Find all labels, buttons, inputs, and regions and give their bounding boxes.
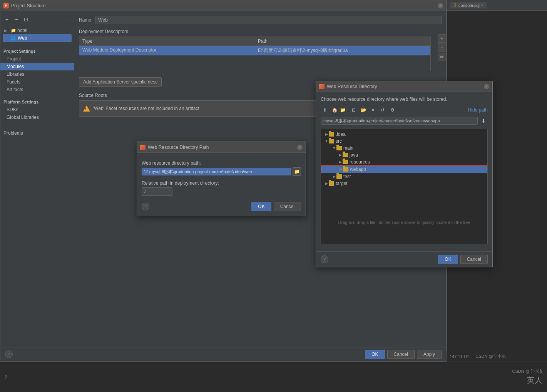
status-bar: 147:11 LE... CSDN @宁小流 [447, 351, 547, 362]
tree-item-test[interactable]: ▶ test [321, 173, 487, 180]
dd-table-row[interactable]: Web Module Deployment Descriptor E:\百度云\… [79, 46, 430, 55]
wrd-file-tree[interactable]: ▶ .idea ▼ src ▼ main ▶ java [321, 129, 488, 244]
wrd-cancel-button[interactable]: Cancel [460, 255, 488, 264]
app-icon: P [3, 3, 9, 8]
wrd-dialog-icon [319, 84, 325, 89]
wrd-path-row: ⬇ [321, 117, 488, 125]
tree-web[interactable]: 🌐 Web [3, 34, 72, 42]
wrdp-cancel-button[interactable]: Cancel [274, 202, 301, 211]
dd-cell-type: Web Module Deployment Descriptor [79, 46, 255, 55]
console-tab-label: console.sql [458, 3, 480, 8]
wrdp-ok-button[interactable]: OK [251, 202, 271, 211]
help-button[interactable]: ? [5, 350, 13, 358]
wrd-dialog-close[interactable]: × [484, 84, 489, 89]
add-app-server-button[interactable]: Add Application Server specific desc [79, 77, 162, 87]
wrd-path-input[interactable] [321, 117, 478, 125]
console-tab-item[interactable]: 🗄 console.sql × [450, 2, 487, 8]
console-tab-bar: 🗄 console.sql × [447, 0, 547, 11]
wrdp-path-row: 📁 [142, 167, 301, 176]
tree-item-main[interactable]: ▼ main [321, 145, 487, 152]
tree-item-src[interactable]: ▼ src [321, 138, 487, 145]
wrd-new-folder-btn[interactable]: 📁+ [340, 106, 348, 114]
tree-hotel[interactable]: ▶ 📁 hotel [3, 27, 72, 34]
wrd-collapse-btn[interactable]: ⊟ [350, 106, 358, 114]
dd-remove-button[interactable]: − [438, 43, 446, 52]
wrdp-path-input[interactable] [142, 168, 291, 175]
wrd-dialog-bottom: ? OK Cancel [316, 251, 492, 267]
resources-folder-icon [343, 160, 348, 164]
wrd-folder-btn2[interactable]: 📂 [359, 106, 368, 114]
src-folder-icon [329, 139, 334, 143]
sidebar-item-project[interactable]: Project [0, 55, 74, 63]
hide-path-link[interactable]: Hide path [468, 107, 488, 113]
dd-cell-path: E:\百度云\2-源码资料\2-mysql-8版本\gradua [255, 46, 430, 55]
src-label: src [336, 138, 342, 144]
user-icon: 英人 [527, 375, 542, 385]
name-row: Name: [79, 16, 442, 24]
wrdp-help-button[interactable]: ? [142, 203, 149, 210]
web-icon: 🌐 [10, 36, 16, 41]
hotel-folder-icon: 📁 [11, 28, 16, 33]
sidebar-item-sdks[interactable]: SDKs [0, 106, 74, 113]
wrd-home-btn[interactable]: 🏠 [330, 106, 339, 114]
wrd-help-button[interactable]: ? [321, 255, 328, 263]
test-chevron: ▶ [332, 175, 336, 178]
deployment-section-title: Deployment Descriptors [79, 29, 442, 34]
close-button[interactable]: × [438, 3, 443, 8]
copy-module-button[interactable]: ⊡ [22, 15, 30, 23]
tree-item-idea[interactable]: ▶ .idea [321, 131, 487, 138]
sidebar-item-libraries[interactable]: Libraries [0, 70, 74, 78]
project-settings-header: Project Settings [0, 47, 74, 55]
sidebar-item-problems[interactable]: Problems [0, 129, 74, 137]
wrd-delete-btn[interactable]: ✕ [369, 106, 377, 114]
sidebar-item-global-libraries[interactable]: Global Libraries [0, 113, 74, 121]
name-input[interactable] [95, 16, 442, 24]
main-action-buttons: OK Cancel Apply [365, 350, 442, 359]
target-chevron: ▶ [324, 182, 329, 185]
wrd-download-btn[interactable]: ⬇ [479, 117, 488, 125]
title-bar: P Project Structure × [0, 0, 446, 11]
ok-button[interactable]: OK [365, 350, 385, 359]
resources-label: resources [350, 159, 370, 165]
name-label: Name: [79, 17, 92, 23]
wrd-back-btn[interactable]: ⬆ [321, 106, 329, 114]
cancel-button[interactable]: Cancel [387, 350, 415, 359]
tree-hotel-label: hotel [17, 28, 27, 33]
dd-col-path: Path [255, 37, 430, 45]
main-bottom-bar: ? OK Cancel Apply [0, 347, 446, 361]
remove-module-button[interactable]: − [12, 15, 21, 23]
add-module-button[interactable]: + [3, 15, 11, 23]
webapp-chevron: ▶ [338, 167, 343, 171]
wrd-settings-btn[interactable]: ⚙ [388, 106, 396, 114]
wrd-toolbar: ⬆ 🏠 📁+ ⊟ 📂 ✕ ↺ ⚙ Hide path [321, 106, 488, 114]
console-tab-close[interactable]: × [481, 3, 483, 7]
tree-item-resources[interactable]: ▶ resources [321, 158, 487, 165]
wrdp-content: Web resource directory path: 📁 Relative … [137, 153, 306, 216]
wrdp-path-label: Web resource directory path: [142, 160, 301, 166]
wrdp-rel-path-input[interactable] [142, 187, 172, 196]
wrd-ok-button[interactable]: OK [438, 255, 458, 264]
apply-button[interactable]: Apply [417, 350, 442, 359]
java-folder-icon [343, 153, 348, 157]
tree-item-java[interactable]: ▶ java [321, 152, 487, 158]
sidebar-item-artifacts[interactable]: Artifacts [0, 86, 74, 93]
tree-item-webapp[interactable]: ▶ webapp [321, 165, 487, 173]
target-label: target [336, 181, 348, 186]
dd-edit-button[interactable]: ✏ [438, 53, 446, 61]
test-label: test [343, 174, 351, 179]
wrd-refresh-btn[interactable]: ↺ [378, 106, 387, 114]
wrd-dialog-content: Choose web resource directory where web … [316, 92, 492, 251]
wrd-dialog-subtitle: Choose web resource directory where web … [321, 97, 488, 102]
dd-add-button[interactable]: + [438, 34, 446, 43]
tree-item-target[interactable]: ▶ target [321, 180, 487, 187]
wrdp-browse-button[interactable]: 📁 [293, 167, 301, 176]
java-chevron: ▶ [338, 153, 343, 157]
src-chevron: ▼ [324, 139, 329, 143]
wrdp-title-bar: Web Resource Directory Path × [137, 142, 306, 153]
sidebar-item-modules[interactable]: Modules [0, 63, 74, 70]
wrd-dialog-title-left: Web Resource Directory [319, 84, 377, 89]
sidebar-item-facets[interactable]: Facets [0, 78, 74, 86]
drag-hint: Drag and drop a file into the space abov… [321, 218, 487, 227]
wrdp-close-button[interactable]: × [297, 145, 303, 150]
wrd-dialog: Web Resource Directory × Choose web reso… [316, 81, 493, 267]
